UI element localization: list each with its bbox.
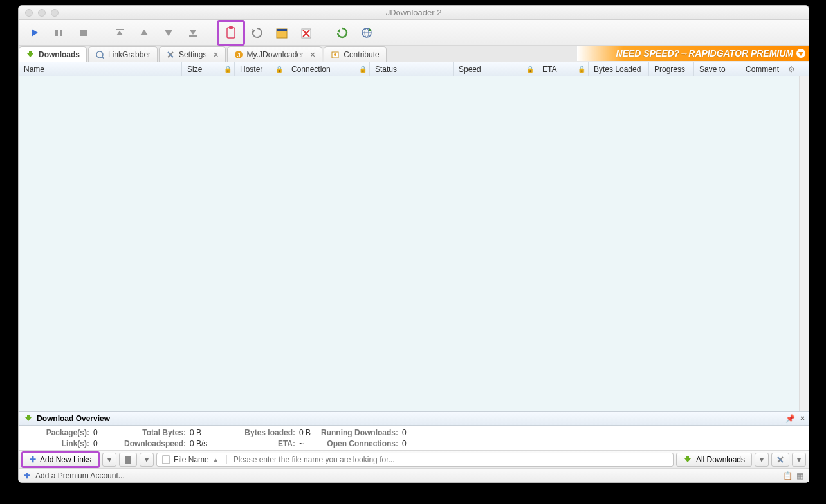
bytes-loaded-value: 0 B xyxy=(299,428,318,437)
tab-myjdownloader[interactable]: J My.JDownloader × xyxy=(227,46,323,62)
col-bytes-loaded[interactable]: Bytes Loaded xyxy=(589,62,649,76)
reconnect-button[interactable] xyxy=(356,23,378,42)
trash-icon xyxy=(124,455,133,464)
col-settings[interactable]: ⚙ xyxy=(785,62,798,76)
add-premium-link[interactable]: Add a Premium Account... xyxy=(35,471,125,480)
col-eta[interactable]: ETA🔒 xyxy=(537,62,589,76)
lock-icon: 🔒 xyxy=(275,66,283,73)
window-title: JDownloader 2 xyxy=(19,8,809,17)
svg-rect-39 xyxy=(163,456,169,464)
svg-rect-41 xyxy=(686,456,689,459)
grid-icon[interactable]: ▦ xyxy=(796,471,803,480)
clipboard-observer-button[interactable] xyxy=(220,23,242,42)
bottom-bar: ✚ Add New Links ▾ ▾ File Name ▲ All Down… xyxy=(19,450,809,468)
downloadspeed-value: 0 B/s xyxy=(190,439,222,448)
search-input[interactable] xyxy=(234,455,668,464)
auto-reconnect-button[interactable] xyxy=(246,23,268,42)
clipboard-highlight xyxy=(217,20,245,46)
svg-marker-5 xyxy=(116,31,123,35)
col-connection[interactable]: Connection🔒 xyxy=(286,62,370,76)
packages-value: 0 xyxy=(93,428,113,437)
search-box[interactable]: File Name ▲ xyxy=(156,453,674,467)
downloadspeed-label: Downloadspeed: xyxy=(113,439,190,448)
tools-button[interactable] xyxy=(771,453,789,467)
move-top-button[interactable] xyxy=(109,23,131,42)
col-comment[interactable]: Comment xyxy=(740,62,785,76)
running-label: Running Downloads: xyxy=(318,428,402,437)
links-label: Link(s): xyxy=(23,439,93,448)
bytes-loaded-label: Bytes loaded: xyxy=(222,428,299,437)
tab-settings[interactable]: Settings × xyxy=(159,46,226,62)
tab-contribute[interactable]: Contribute xyxy=(324,46,386,62)
all-downloads-dropdown[interactable]: ▾ xyxy=(755,453,769,467)
lock-icon: 🔒 xyxy=(224,66,232,73)
delete-button[interactable] xyxy=(119,453,137,467)
col-hoster[interactable]: Hoster🔒 xyxy=(235,62,286,76)
svg-rect-36 xyxy=(27,415,30,418)
download-list[interactable] xyxy=(19,76,809,411)
svg-rect-2 xyxy=(60,30,62,36)
tools-icon xyxy=(776,455,785,464)
play-button[interactable] xyxy=(24,23,46,42)
file-icon xyxy=(162,455,170,464)
svg-rect-3 xyxy=(80,30,87,36)
add-dropdown[interactable]: ▾ xyxy=(102,453,116,467)
svg-marker-18 xyxy=(337,29,340,33)
stop-button[interactable] xyxy=(73,23,95,42)
tab-downloads[interactable]: Downloads xyxy=(19,46,87,62)
close-icon[interactable]: × xyxy=(800,414,805,423)
tab-bar: Downloads LinkGrabber Settings × J My.JD… xyxy=(19,46,809,62)
eta-label: ETA: xyxy=(222,439,299,448)
all-downloads-label: All Downloads xyxy=(696,455,745,464)
premium-banner[interactable]: NEED SPEED?→RAPIDGATOR PREMIUM xyxy=(577,46,809,61)
svg-rect-14 xyxy=(277,29,287,32)
lock-icon: 🔒 xyxy=(359,66,367,73)
svg-marker-6 xyxy=(140,30,148,35)
col-save-to[interactable]: Save to xyxy=(694,62,740,76)
svg-marker-8 xyxy=(190,30,196,35)
total-bytes-value: 0 B xyxy=(190,428,222,437)
col-status[interactable]: Status xyxy=(370,62,454,76)
extract-button[interactable] xyxy=(271,23,293,42)
search-type-label: File Name xyxy=(174,455,209,464)
svg-rect-37 xyxy=(125,458,131,464)
svg-rect-1 xyxy=(55,30,58,36)
open-conn-label: Open Connections: xyxy=(318,439,402,448)
col-progress[interactable]: Progress xyxy=(649,62,694,76)
close-icon[interactable]: × xyxy=(310,50,315,60)
toolbar xyxy=(19,20,809,46)
eta-value: ~ xyxy=(299,439,318,448)
close-icon[interactable]: × xyxy=(213,50,218,60)
scrollbar[interactable] xyxy=(799,76,809,411)
clipboard-icon[interactable]: 📋 xyxy=(783,471,793,480)
running-value: 0 xyxy=(402,428,421,437)
move-down-button[interactable] xyxy=(158,23,179,42)
add-new-links-button[interactable]: ✚ Add New Links xyxy=(21,451,100,468)
tab-linkgrabber[interactable]: LinkGrabber xyxy=(88,46,158,62)
sort-icon: ▲ xyxy=(213,456,219,463)
tools-dropdown[interactable]: ▾ xyxy=(792,453,806,467)
plus-icon: ✚ xyxy=(30,455,36,464)
update-button[interactable] xyxy=(331,23,353,42)
pin-icon[interactable]: 📌 xyxy=(785,414,795,423)
svg-marker-0 xyxy=(32,29,38,37)
move-up-button[interactable] xyxy=(133,23,155,42)
total-bytes-label: Total Bytes: xyxy=(113,428,190,437)
delete-dropdown[interactable]: ▾ xyxy=(140,453,154,467)
tab-label: Downloads xyxy=(39,50,80,59)
col-name[interactable]: Name xyxy=(19,62,182,76)
svg-rect-4 xyxy=(116,29,124,30)
all-downloads-button[interactable]: All Downloads xyxy=(676,453,752,467)
tab-label: Contribute xyxy=(344,50,379,59)
move-bottom-button[interactable] xyxy=(182,23,204,42)
remove-button[interactable] xyxy=(295,23,317,42)
col-size[interactable]: Size🔒 xyxy=(182,62,235,76)
tab-label: My.JDownloader xyxy=(247,50,304,59)
pause-button[interactable] xyxy=(48,23,70,42)
lock-icon: 🔒 xyxy=(578,66,585,73)
main-window: JDownloader 2 Downloads LinkGrabber xyxy=(18,5,809,483)
titlebar: JDownloader 2 xyxy=(19,6,809,20)
col-speed[interactable]: Speed🔒 xyxy=(454,62,537,76)
banner-text: NEED SPEED?→RAPIDGATOR PREMIUM xyxy=(616,48,793,59)
linkgrabber-icon xyxy=(95,50,104,59)
